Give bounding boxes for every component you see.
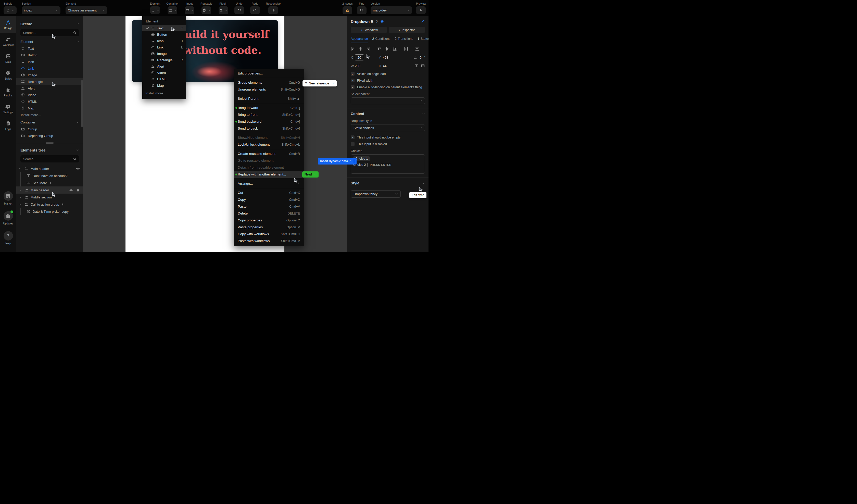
inspector-button[interactable]: i Inspector [389, 27, 425, 33]
align-bottom-icon[interactable] [392, 47, 397, 51]
tree-item-call-to-action-group[interactable]: Call to action group [16, 201, 83, 208]
palette-item-icon[interactable]: Icon [16, 58, 83, 65]
context-menu-item-arrange[interactable]: Arrange... [234, 180, 304, 187]
element-menu-item-rectangle[interactable]: RectangleR [142, 57, 186, 63]
context-menu-item-show-hide-element[interactable]: Show/Hide elementShift+Cmd+H [234, 134, 304, 141]
left-panel-scrollbar[interactable] [81, 80, 83, 127]
collapse-toggle[interactable] [19, 167, 22, 170]
sidebar-item-settings[interactable]: Settings [0, 100, 16, 117]
palette-item-image[interactable]: Image [16, 72, 83, 78]
element-section-header[interactable]: Element [16, 40, 83, 44]
palette-item-link[interactable]: Link [16, 65, 83, 72]
checkbox-fixed-width[interactable]: ✓Fixed width [351, 79, 425, 82]
element-menu-install-more[interactable]: Install more... [142, 90, 186, 97]
context-menu-item-delete[interactable]: DeleteDELETE [234, 210, 304, 217]
element-select[interactable]: Choose an element [66, 6, 107, 14]
hero-headline[interactable]: Build it yourself without code. [171, 27, 273, 58]
h-value[interactable]: 44 [383, 64, 396, 68]
pin-icon[interactable] [421, 19, 425, 24]
install-more-link[interactable]: Install more... [16, 112, 83, 117]
palette-item-repeating-group[interactable]: Repeating Group [16, 132, 83, 139]
palette-item-text[interactable]: Text [16, 45, 83, 52]
sidebar-item-design[interactable]: Design [0, 16, 16, 33]
help-icon[interactable]: ? [376, 20, 378, 23]
palette-item-group[interactable]: Group [16, 126, 83, 132]
tab-transitions[interactable]: 2Transitions [394, 37, 413, 44]
angle-value[interactable]: 0 [420, 56, 421, 60]
palette-item-video[interactable]: Video [16, 91, 83, 98]
lock-icon[interactable] [76, 188, 80, 192]
align-center-vertical-icon[interactable] [358, 47, 363, 51]
element-menu-item-alert[interactable]: Alert [142, 63, 186, 70]
elements-tree-header[interactable]: Elements tree [16, 148, 83, 152]
collapse-toggle[interactable] [19, 203, 22, 206]
element-menu-item-video[interactable]: Video [142, 70, 186, 76]
dropdown-type-select[interactable]: Static choices [351, 124, 425, 131]
context-menu-item-group-elements[interactable]: Group elementsCmd+G [234, 79, 304, 86]
tree-item-middle-section[interactable]: Middle section [16, 194, 83, 201]
find-button[interactable] [357, 6, 367, 14]
context-menu-item-send-backward[interactable]: Send backwardCmd+[ [234, 118, 304, 125]
context-menu-item-select-parent[interactable]: Select ParentShift+ ▲ [234, 95, 304, 102]
context-menu-item-detach-from-reusable-element[interactable]: Detach from reusable element [234, 164, 304, 171]
issues-button[interactable] [342, 6, 352, 14]
x-input[interactable] [355, 54, 364, 61]
select-parent-dropdown[interactable] [351, 97, 425, 104]
context-menu-item-ungroup-elements[interactable]: Ungroup elementsShift+Cmd+G [234, 86, 304, 93]
version-select[interactable]: marc-dev [371, 6, 412, 14]
palette-item-button[interactable]: Button [16, 52, 83, 58]
element-button[interactable] [150, 6, 160, 14]
sidebar-item-logs[interactable]: Logs [0, 117, 16, 134]
sidebar-item-help[interactable]: ?Help [0, 231, 16, 250]
checkbox-this-input-is-disabled[interactable]: This input is disabled [351, 142, 425, 146]
element-menu-item-icon[interactable]: IconI [142, 38, 186, 44]
sidebar-item-market[interactable]: Market [0, 191, 16, 209]
see-reference-button[interactable]: ? See reference → [303, 80, 337, 86]
new-badge[interactable]: New! → [302, 171, 319, 178]
style-section-header[interactable]: Style [351, 181, 425, 185]
choices-input[interactable]: Choice 1 Choice 2 PRESS ENTER [351, 154, 425, 174]
context-menu-item-paste[interactable]: PasteCmd+V [234, 203, 304, 210]
style-select[interactable]: Dropdown fancy [351, 190, 401, 198]
context-menu-item-copy-properties[interactable]: Copy propertiesOption+C [234, 217, 304, 224]
align-left-icon[interactable] [351, 47, 355, 51]
responsive-button[interactable] [268, 6, 278, 14]
panel-resize-handle[interactable] [46, 142, 54, 144]
context-menu-item-create-reusable-element[interactable]: Create reusable elementCmd+R [234, 150, 304, 157]
align-top-icon[interactable] [377, 47, 382, 51]
checkbox-visible-on-page-load[interactable]: ✓Visible on page load [351, 72, 425, 76]
workflow-button[interactable]: Workflow [351, 27, 387, 33]
tree-item-main-header[interactable]: Main header [16, 165, 83, 172]
plugin-button[interactable] [219, 6, 228, 14]
checkbox-this-input-should-not-be-empty[interactable]: ✓This input should not be empty [351, 135, 425, 139]
context-menu-item-go-to-reusable-element[interactable]: Go to reusable element [234, 157, 304, 164]
tab-conditions[interactable]: 2Conditions [372, 37, 390, 44]
container-button[interactable] [168, 6, 177, 14]
tab-appearance[interactable]: Appearance [351, 37, 368, 44]
sidebar-item-plugins[interactable]: Plugins [0, 83, 16, 100]
preview-button[interactable] [416, 6, 426, 14]
expand-toggle[interactable] [19, 189, 22, 191]
context-menu-item-cut[interactable]: CutCmd+X [234, 189, 304, 196]
context-menu-item-lock-unlock-element[interactable]: Lock/Unlock elementShift+Cmd+L [234, 141, 304, 148]
align-right-icon[interactable] [366, 47, 370, 51]
sidebar-item-styles[interactable]: Styles [0, 67, 16, 83]
tab-states[interactable]: 1States [418, 37, 428, 44]
create-search-input[interactable] [23, 31, 71, 35]
context-menu-item-paste-properties[interactable]: Paste propertiesOption+V [234, 224, 304, 231]
distribute-horizontal-icon[interactable] [404, 47, 408, 51]
tree-search-input[interactable] [23, 157, 71, 161]
context-menu-item-bring-to-front[interactable]: Bring to frontShift+Cmd+] [234, 111, 304, 118]
section-select[interactable]: index [22, 6, 61, 14]
eyeslash-icon[interactable] [76, 167, 80, 171]
context-menu-item-send-to-back[interactable]: Send to backShift+Cmd+[ [234, 125, 304, 132]
content-section-header[interactable]: Content [351, 112, 425, 116]
sidebar-item-updates[interactable]: Updates [0, 211, 16, 230]
undo-button[interactable] [234, 6, 244, 14]
create-section-header[interactable]: Create [16, 22, 83, 26]
align-middle-icon[interactable] [385, 47, 389, 51]
checkbox-enable-auto-binding-on-parent-element-s-thing[interactable]: ✓Enable auto-binding on parent element’s… [351, 85, 425, 89]
context-menu-item-bring-forward[interactable]: Bring forwardCmd+] [234, 104, 304, 111]
expand-toggle[interactable] [19, 196, 22, 199]
tree-item-main-header[interactable]: Main header [16, 186, 83, 194]
